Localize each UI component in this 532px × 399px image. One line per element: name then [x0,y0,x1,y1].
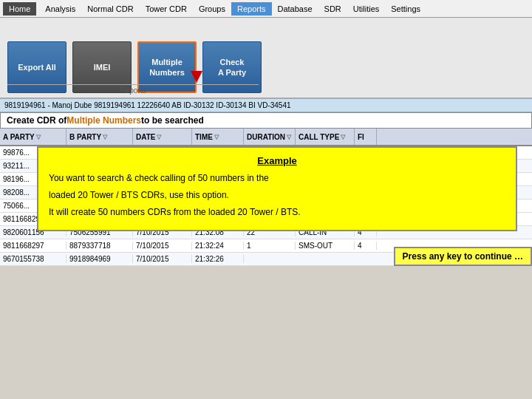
cell-time: 21:32:24 [192,242,244,250]
sort-icon-time: ▽ [214,134,219,140]
menu-database[interactable]: Database [272,2,318,16]
menu-home[interactable]: Home [3,2,36,16]
sort-icon-date: ▽ [157,134,161,140]
red-arrow-indicator [191,71,202,83]
th-time[interactable]: TIME ▽ [192,129,244,145]
menu-sdr[interactable]: SDR [318,2,347,16]
menu-reports[interactable]: Reports [231,2,272,16]
th-calltype[interactable]: CALL TYPE ▽ [296,129,355,145]
menu-analysis[interactable]: Analysis [39,2,81,16]
menu-normal-cdr[interactable]: Normal CDR [81,2,139,16]
ribbon-section-label: Reports [7,84,259,95]
create-cdr-banner: Create CDR of Multiple Numbers to be sea… [0,112,532,129]
banner-text-before: Create CDR of [7,115,66,126]
cell-a-party: 9670155738 [0,255,66,263]
cell-calltype: SMS-OUT [296,242,355,250]
sort-icon-b-party: ▽ [103,134,107,140]
main-content: 99876... 4 93211... 4 98196... 4 [0,146,532,266]
menu-groups[interactable]: Groups [193,2,231,16]
banner-highlight: Multiple Numbers [66,115,141,126]
banner-text-after: to be searched [141,115,204,126]
tooltip-line1: You want to search & check calling of 50… [49,172,505,185]
data-row-text: 9819194961 - Manoj Dube 9819194961 12226… [4,101,291,109]
th-b-party[interactable]: B PARTY ▽ [66,129,133,145]
th-duration[interactable]: DURATION ▽ [244,129,296,145]
tooltip-line3: It will create 50 numbers CDRs from the … [49,206,505,219]
cell-b-party: 8879337718 [66,242,133,250]
menu-tower-cdr[interactable]: Tower CDR [140,2,193,16]
menu-settings[interactable]: Settings [385,2,426,16]
table-header: A PARTY ▽ B PARTY ▽ DATE ▽ TIME ▽ DURATI… [0,129,532,146]
ribbon: Export All IMEI MultipleNumbers CheckA P… [0,18,532,99]
th-fi[interactable]: FI [355,129,377,145]
sort-icon-a-party: ▽ [36,134,41,140]
menu-utilities[interactable]: Utilities [347,2,385,16]
data-row: 9819194961 - Manoj Dube 9819194961 12226… [0,99,532,112]
cell-time: 21:32:26 [192,255,244,263]
th-date[interactable]: DATE ▽ [133,129,192,145]
sort-icon-duration: ▽ [287,134,291,140]
th-a-party[interactable]: A PARTY ▽ [0,129,66,145]
sort-icon-calltype: ▽ [341,134,345,140]
cell-date: 7/10/2015 [133,255,192,263]
tooltip-line2: loaded 20 Tower / BTS CDRs, use this opt… [49,189,505,202]
tooltip-overlay: Example You want to search & check calli… [37,146,517,231]
cell-fi: 4 [355,242,377,250]
cell-a-party: 9811668297 [0,242,66,250]
tooltip-title: Example [49,155,505,166]
cell-b-party: 9918984969 [66,255,133,263]
cell-duration: 1 [244,242,296,250]
press-any-key-button[interactable]: Press any key to continue … [394,247,532,266]
cell-date: 7/10/2015 [133,242,192,250]
menu-bar: Home Analysis Normal CDR Tower CDR Group… [0,0,532,18]
